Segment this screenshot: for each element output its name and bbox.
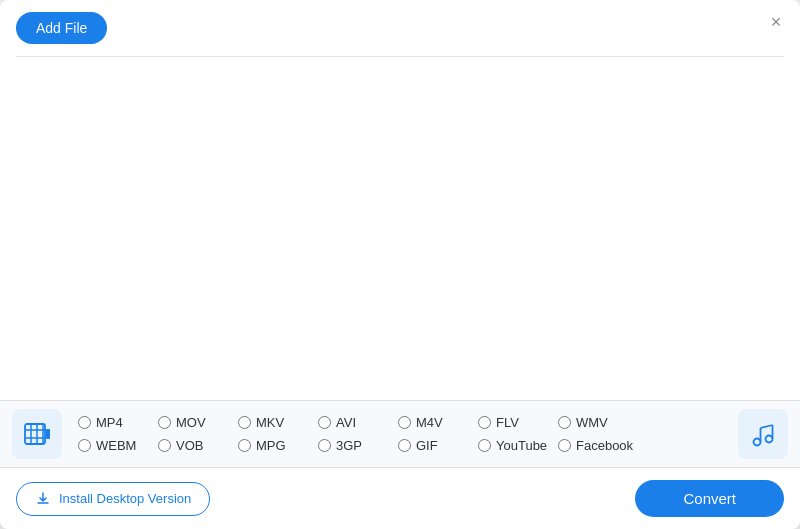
format-option-flv[interactable]: FLV [474,413,554,432]
svg-line-11 [761,425,773,428]
header: Add File [0,0,800,56]
format-option-mkv[interactable]: MKV [234,413,314,432]
format-option-webm[interactable]: WEBM [74,436,154,455]
format-option-facebook[interactable]: Facebook [554,436,637,455]
install-desktop-button[interactable]: Install Desktop Version [16,482,210,516]
format-label-mov[interactable]: MOV [176,415,206,430]
format-label-vob[interactable]: VOB [176,438,203,453]
add-file-button[interactable]: Add File [16,12,107,44]
svg-rect-6 [46,429,50,439]
convert-button[interactable]: Convert [635,480,784,517]
install-label: Install Desktop Version [59,491,191,506]
format-option-avi[interactable]: AVI [314,413,394,432]
format-option-youtube[interactable]: YouTube [474,436,554,455]
format-label-avi[interactable]: AVI [336,415,356,430]
format-label-webm[interactable]: WEBM [96,438,136,453]
format-label-flv[interactable]: FLV [496,415,519,430]
format-option-wmv[interactable]: WMV [554,413,634,432]
video-format-icon [12,409,62,459]
format-label-3gp[interactable]: 3GP [336,438,362,453]
main-dialog: × Add File M [0,0,800,529]
format-option-mp4[interactable]: MP4 [74,413,154,432]
format-option-3gp[interactable]: 3GP [314,436,394,455]
format-option-m4v[interactable]: M4V [394,413,474,432]
music-format-icon [738,409,788,459]
formats-row-2: WEBM VOB MPG 3GP GIF [74,436,726,455]
format-label-gif[interactable]: GIF [416,438,438,453]
format-option-mov[interactable]: MOV [154,413,234,432]
format-label-mkv[interactable]: MKV [256,415,284,430]
format-label-facebook[interactable]: Facebook [576,438,633,453]
format-label-m4v[interactable]: M4V [416,415,443,430]
svg-point-8 [766,436,773,443]
format-label-wmv[interactable]: WMV [576,415,608,430]
format-option-gif[interactable]: GIF [394,436,474,455]
svg-rect-0 [25,424,45,444]
footer: Install Desktop Version Convert [0,468,800,529]
svg-point-7 [754,439,761,446]
format-label-mpg[interactable]: MPG [256,438,286,453]
format-option-mpg[interactable]: MPG [234,436,314,455]
format-bar: MP4 MOV MKV AVI M4V [0,400,800,468]
formats-grid: MP4 MOV MKV AVI M4V [74,413,726,455]
format-option-vob[interactable]: VOB [154,436,234,455]
formats-row-1: MP4 MOV MKV AVI M4V [74,413,726,432]
content-area [0,57,800,400]
format-label-mp4[interactable]: MP4 [96,415,123,430]
download-icon [35,491,51,507]
format-label-youtube[interactable]: YouTube [496,438,547,453]
close-button[interactable]: × [764,10,788,34]
